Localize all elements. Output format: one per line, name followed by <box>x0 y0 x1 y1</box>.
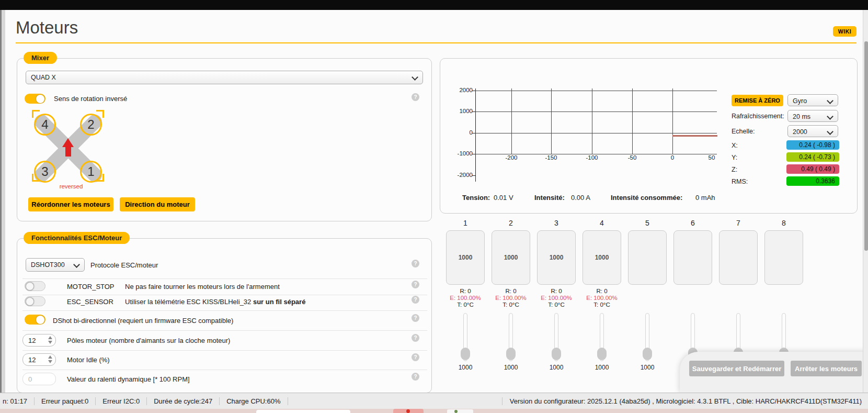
help-icon[interactable]: ? <box>412 93 419 101</box>
row-divider <box>22 295 427 295</box>
scrollbar[interactable] <box>863 10 868 393</box>
motor-rpm: R: 0 <box>586 288 617 295</box>
motor-number: 7 <box>736 219 740 229</box>
save-and-reboot-button[interactable]: Sauvegarder et Redémarrer <box>689 361 784 376</box>
motor-direction-button[interactable]: Direction du moteur <box>120 197 195 211</box>
help-icon[interactable]: ? <box>412 260 419 267</box>
rms-value-badge: 0.3636 <box>786 176 839 186</box>
scale-select[interactable]: 2000 <box>787 125 838 137</box>
slider-thumb[interactable] <box>643 348 652 360</box>
esc-sensor-toggle[interactable] <box>25 296 45 306</box>
graph-xtick: -100 <box>580 154 603 161</box>
motor-number: 4 <box>600 219 604 229</box>
graph-xtick: 0 <box>661 154 684 161</box>
graph-gridline <box>672 88 673 154</box>
refresh-rate-select[interactable]: 20 ms <box>787 110 838 122</box>
motor-error: E: 100.00% <box>495 295 526 302</box>
motor-idle-input[interactable]: 12 <box>22 353 56 366</box>
toggle-knob <box>36 95 44 103</box>
esc-sensor-desc: Utiliser la télémétrie ESC KISS/BLHeli_3… <box>125 298 305 306</box>
motor-telemetry: R: 0 E: 100.00% T: 0°C <box>495 288 526 308</box>
stepper-icons[interactable] <box>48 336 52 344</box>
help-icon[interactable]: ? <box>412 314 419 322</box>
toggle-knob <box>26 282 34 291</box>
heading-arrow-shaft <box>65 147 71 157</box>
graph-reset-button[interactable]: REMISE À ZÉRO <box>732 95 783 106</box>
graph-xtick: -150 <box>540 154 563 161</box>
motor-poles-value: 12 <box>28 337 36 344</box>
background-window-tab <box>256 410 350 413</box>
motor-temp: T: 0°C <box>450 302 481 308</box>
row-divider <box>22 330 427 331</box>
stop-motors-button[interactable]: Arrêter les moteurs <box>791 361 862 376</box>
motor-slider[interactable] <box>627 313 667 362</box>
graph-source-value: Gyro <box>793 97 807 105</box>
motor-slider[interactable] <box>582 313 622 362</box>
bidirectional-dshot-toggle[interactable] <box>25 315 45 325</box>
motor-slider[interactable] <box>446 313 485 362</box>
slider-thumb[interactable] <box>461 348 470 360</box>
help-icon[interactable]: ? <box>412 334 419 342</box>
motor-slider-value: 1000 <box>641 364 655 371</box>
scrollbar-thumb[interactable] <box>864 41 868 251</box>
motor-idle-value: 12 <box>28 356 36 364</box>
graph-source-select[interactable]: Gyro <box>787 94 838 106</box>
motor-temp: T: 0°C <box>586 302 617 308</box>
graph-y-axis <box>475 88 476 182</box>
motor-number: 3 <box>554 219 558 229</box>
slider-thumb[interactable] <box>506 348 516 360</box>
help-icon[interactable]: ? <box>412 281 419 288</box>
status-i2c-error: Erreur I2C:0 <box>96 397 147 405</box>
red-badge-icon <box>406 409 410 413</box>
motor-stop-toggle[interactable] <box>25 281 45 291</box>
motor-poles-input[interactable]: 12 <box>22 334 56 347</box>
motor-error: E: 100.00% <box>586 295 617 302</box>
stepper-up-icon[interactable] <box>48 336 52 339</box>
graph-ytick: 2000 <box>450 87 473 93</box>
mixer-type-value: QUAD X <box>31 74 56 81</box>
motor-column-1: 1 1000 R: 0 E: 100.00% T: 0°C 1000 <box>446 219 485 371</box>
motor-3-circle: 3 <box>34 161 56 183</box>
chevron-down-icon <box>73 261 80 268</box>
esc-sensor-name: ESC_SENSOR <box>67 298 113 306</box>
esc-features-badge: Fonctionnalités ESC/Moteur <box>24 232 130 244</box>
stepper-up-icon[interactable] <box>48 355 52 359</box>
help-icon[interactable]: ? <box>412 353 419 361</box>
motor-2-circle: 2 <box>80 114 102 136</box>
row-divider <box>22 350 427 351</box>
mixer-type-select[interactable]: QUAD X <box>26 71 423 84</box>
motor-slider[interactable] <box>491 313 531 362</box>
stepper-icons[interactable] <box>48 355 52 363</box>
motor-number: 2 <box>509 219 513 229</box>
favicon-icon <box>454 410 458 413</box>
chevron-down-icon <box>412 74 418 81</box>
graph-xtick: -50 <box>621 154 644 161</box>
x-axis-label: X: <box>732 142 738 149</box>
motor-bar <box>673 230 712 285</box>
help-icon[interactable]: ? <box>412 373 419 381</box>
voltage-label: Tension: <box>462 194 490 202</box>
motor-bar: 1000 <box>446 230 485 285</box>
wiki-button[interactable]: WIKI <box>833 26 856 37</box>
reverse-motor-direction-toggle[interactable] <box>25 94 45 104</box>
motor-bar <box>764 230 803 285</box>
motor-column-8: 8 <box>764 219 804 371</box>
esc-sensor-desc-bold: sur un fil séparé <box>253 298 305 306</box>
gyro-trace-line <box>672 135 717 137</box>
reverse-motor-direction-label: Sens de rotation inversé <box>54 95 127 103</box>
stepper-down-icon[interactable] <box>48 360 52 363</box>
reorder-motors-button[interactable]: Réordonner les moteurs <box>28 197 113 211</box>
motor-column-7: 7 <box>718 219 758 371</box>
slider-thumb[interactable] <box>597 348 607 360</box>
motor-number: 5 <box>645 219 649 229</box>
esc-protocol-select[interactable]: DSHOT300 <box>26 258 85 272</box>
stepper-down-icon[interactable] <box>48 341 52 344</box>
motor-bar <box>628 230 667 285</box>
slider-thumb[interactable] <box>552 348 561 360</box>
y-axis-value-badge: 0.24 ( -0.73 ) <box>786 152 839 162</box>
chevron-down-icon <box>827 128 833 135</box>
telemetry-panel: 2000 1000 0 -1000 -2000 -200 -150 -100 -… <box>440 58 858 214</box>
help-icon[interactable]: ? <box>412 296 419 304</box>
motor-slider[interactable] <box>536 313 576 362</box>
current-value: 0.00 A <box>571 194 590 202</box>
